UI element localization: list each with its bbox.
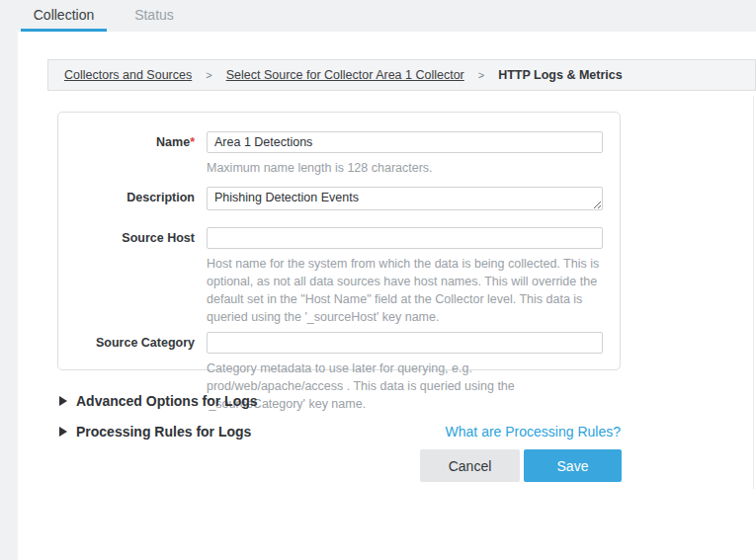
advanced-options-section[interactable]: Advanced Options for Logs [59, 393, 621, 409]
name-field-col: Maximum name length is 128 characters. [207, 131, 603, 177]
source-host-label: Source Host [58, 227, 207, 245]
name-label-text: Name [156, 135, 190, 149]
form-actions: Cancel Save [420, 449, 622, 482]
source-config-panel: Name* Maximum name length is 128 charact… [57, 112, 621, 370]
description-textarea[interactable]: Phishing Detection Events [207, 187, 603, 210]
breadcrumb-separator: > [206, 69, 211, 81]
content-sheet: Collectors and Sources > Select Source f… [18, 32, 756, 560]
description-row: Description Phishing Detection Events [58, 187, 620, 214]
tab-bar: Collection Status [0, 0, 756, 32]
source-host-row: Source Host Host name for the system fro… [58, 227, 620, 326]
breadcrumb: Collectors and Sources > Select Source f… [47, 59, 756, 91]
collapse-arrow-icon[interactable] [59, 427, 67, 437]
name-input[interactable] [207, 131, 603, 153]
collapse-arrow-icon[interactable] [59, 396, 67, 406]
cancel-button[interactable]: Cancel [420, 449, 520, 482]
name-label: Name* [58, 131, 207, 149]
name-row: Name* Maximum name length is 128 charact… [58, 131, 620, 177]
breadcrumb-select-source[interactable]: Select Source for Collector Area 1 Colle… [226, 68, 464, 82]
required-asterisk: * [190, 135, 195, 149]
source-category-input[interactable] [207, 332, 603, 354]
advanced-options-title[interactable]: Advanced Options for Logs [76, 393, 258, 409]
description-field-col: Phishing Detection Events [207, 187, 603, 214]
page: Collection Status Collectors and Sources… [0, 0, 756, 560]
tab-status[interactable]: Status [125, 0, 184, 29]
source-host-input[interactable] [207, 227, 603, 249]
save-button[interactable]: Save [524, 449, 622, 482]
breadcrumb-separator: > [478, 69, 484, 81]
breadcrumb-current-page: HTTP Logs & Metrics [498, 68, 622, 82]
source-host-help-text: Host name for the system from which the … [207, 255, 603, 326]
name-help-text: Maximum name length is 128 characters. [207, 159, 603, 177]
processing-rules-title[interactable]: Processing Rules for Logs [76, 424, 251, 440]
description-label: Description [58, 187, 207, 204]
breadcrumb-collectors-and-sources[interactable]: Collectors and Sources [64, 68, 192, 82]
what-are-processing-rules-link[interactable]: What are Processing Rules? [446, 424, 621, 440]
tab-collection[interactable]: Collection [21, 0, 107, 29]
scrollbar-track[interactable] [753, 96, 754, 489]
source-host-field-col: Host name for the system from which the … [207, 227, 603, 326]
processing-rules-section: Processing Rules for Logs What are Proce… [59, 424, 621, 440]
source-category-label: Source Category [58, 332, 207, 350]
